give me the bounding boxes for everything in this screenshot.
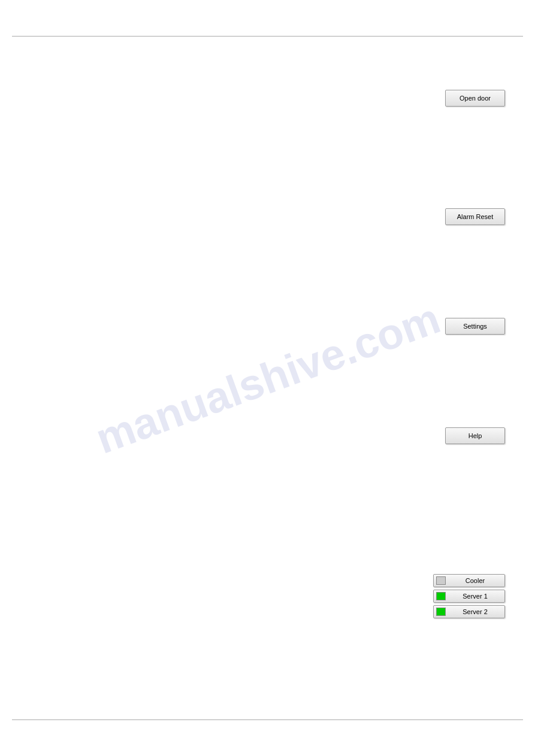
help-button[interactable]: Help [445, 427, 505, 444]
server1-color-indicator [436, 592, 446, 600]
server2-color-indicator [436, 608, 446, 616]
watermark: manualshive.com [89, 293, 446, 463]
legend-item-cooler: Cooler [433, 574, 505, 587]
server2-label: Server 2 [448, 608, 502, 615]
cooler-label: Cooler [448, 577, 502, 584]
top-border [12, 36, 523, 37]
legend-item-server2: Server 2 [433, 605, 505, 618]
legend-panel: Cooler Server 1 Server 2 [433, 574, 505, 618]
cooler-color-indicator [436, 576, 446, 585]
settings-button[interactable]: Settings [445, 318, 505, 335]
open-door-button[interactable]: Open door [445, 90, 505, 107]
bottom-border [12, 719, 523, 720]
server1-label: Server 1 [448, 593, 502, 600]
legend-item-server1: Server 1 [433, 590, 505, 603]
alarm-reset-button[interactable]: Alarm Reset [445, 208, 505, 225]
buttons-panel: Open door Alarm Reset Settings Help [445, 90, 505, 444]
